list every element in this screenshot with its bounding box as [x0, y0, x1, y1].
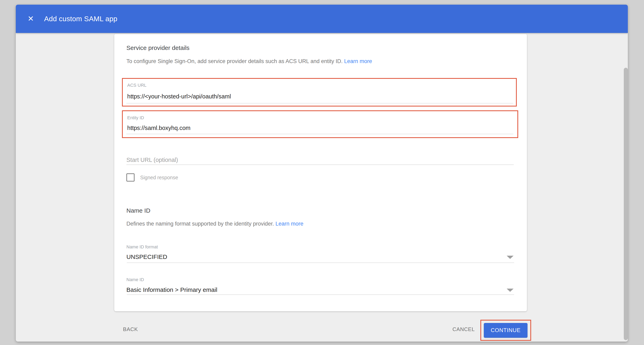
service-provider-description-text: To configure Single Sign-On, add service… — [126, 58, 344, 64]
name-id-format-label: Name ID format — [126, 244, 158, 250]
entity-id-annotation-box: Entity ID https://saml.boxyhq.com — [122, 110, 518, 138]
name-id-underline — [127, 295, 514, 295]
continue-annotation-box: CONTINUE — [480, 320, 531, 341]
name-id-select-label: Name ID — [126, 277, 144, 282]
name-id-description: Defines the naming format supported by t… — [126, 220, 304, 227]
service-provider-card: Service provider details To configure Si… — [114, 34, 527, 311]
learn-more-link-sp[interactable]: Learn more — [344, 58, 372, 64]
acs-url-label: ACS URL — [127, 83, 146, 88]
signed-response-checkbox[interactable] — [126, 173, 134, 182]
entity-id-underline — [126, 134, 513, 134]
entity-id-label: Entity ID — [127, 115, 144, 120]
start-url-input[interactable] — [126, 155, 514, 165]
name-id-description-text: Defines the naming format supported by t… — [126, 221, 276, 227]
dialog-title: Add custom SAML app — [44, 15, 117, 23]
acs-url-input[interactable]: https://<your-hosted-url>/api/oauth/saml — [127, 93, 231, 100]
cancel-button[interactable]: CANCEL — [452, 326, 475, 333]
add-custom-saml-app-dialog: ✕ Add custom SAML app Service provider d… — [16, 5, 628, 342]
acs-url-annotation-box: ACS URL https://<your-hosted-url>/api/oa… — [122, 78, 517, 106]
name-id-format-underline — [127, 263, 514, 263]
service-provider-description: To configure Single Sign-On, add service… — [126, 58, 372, 65]
dialog-header: ✕ Add custom SAML app — [16, 5, 628, 33]
name-id-heading: Name ID — [126, 207, 150, 214]
back-button[interactable]: BACK — [123, 326, 138, 333]
chevron-down-icon[interactable] — [507, 289, 514, 292]
name-id-format-select[interactable]: UNSPECIFIED — [126, 253, 167, 261]
continue-button[interactable]: CONTINUE — [484, 323, 528, 338]
scrollbar-thumb[interactable] — [624, 68, 628, 340]
close-icon[interactable]: ✕ — [27, 15, 35, 23]
service-provider-heading: Service provider details — [126, 44, 190, 52]
entity-id-input[interactable]: https://saml.boxyhq.com — [127, 124, 190, 131]
acs-url-underline — [126, 103, 513, 103]
chevron-down-icon[interactable] — [507, 256, 514, 259]
learn-more-link-nameid[interactable]: Learn more — [276, 221, 304, 227]
name-id-select[interactable]: Basic Information > Primary email — [126, 286, 217, 294]
signed-response-label: Signed response — [140, 173, 178, 182]
